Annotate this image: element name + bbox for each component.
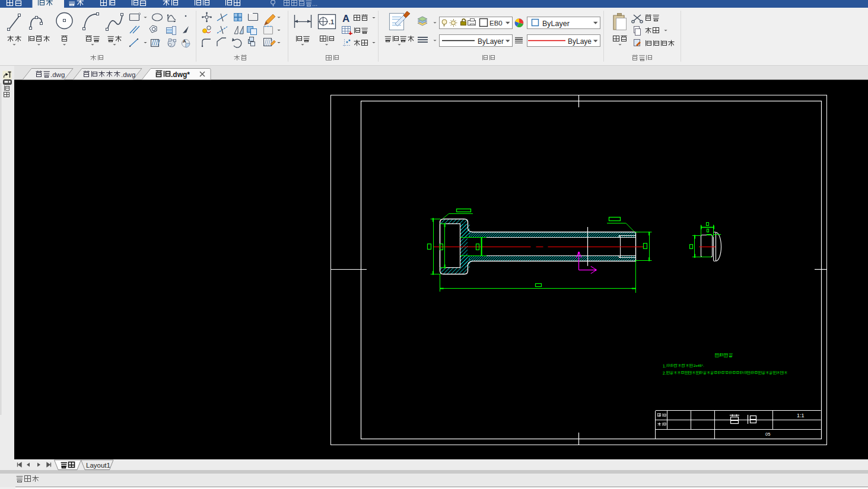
svg-text:Layout1: Layout1 (86, 462, 110, 469)
svg-text:...: ... (312, 0, 317, 7)
svg-text:.dwg: .dwg (121, 71, 135, 78)
svg-text:2.: 2. (663, 371, 666, 375)
svg-text:05: 05 (765, 432, 770, 437)
svg-text:EB0: EB0 (489, 20, 503, 27)
svg-text:A: A (183, 39, 186, 44)
svg-text:.1: .1 (329, 18, 334, 25)
svg-text:ByLayer: ByLayer (478, 37, 504, 46)
svg-text:2x45°.: 2x45°. (694, 363, 704, 367)
svg-text:1:1: 1:1 (797, 413, 805, 418)
svg-text:ByLayе: ByLayе (568, 37, 592, 46)
svg-text:.dwg: .dwg (50, 71, 65, 78)
svg-text:.dwg*: .dwg* (171, 71, 190, 79)
svg-text:A: A (342, 13, 349, 24)
svg-text:1.: 1. (663, 364, 666, 368)
svg-text:ByLayer: ByLayer (542, 20, 570, 28)
